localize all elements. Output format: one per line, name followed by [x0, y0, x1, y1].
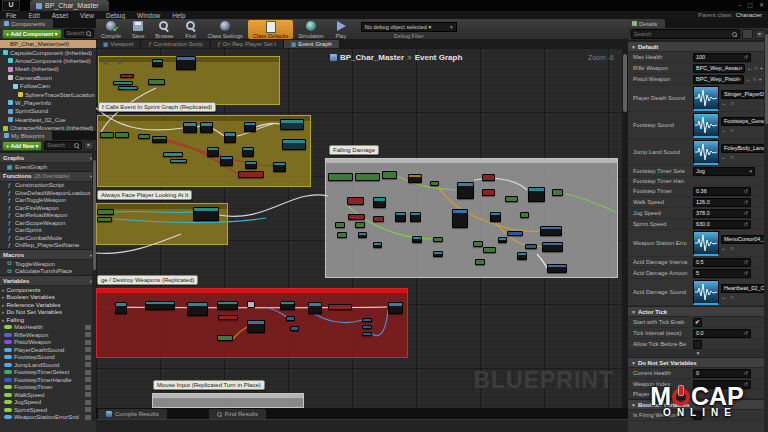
- graph-node[interactable]: [430, 181, 439, 186]
- variable-visibility-icon[interactable]: [85, 362, 91, 367]
- component-capsulecomponent-inherited[interactable]: CapsuleComponent (Inherited): [0, 48, 96, 56]
- use-selected-icon[interactable]: ←: [746, 76, 752, 82]
- macros-calculateturninplace[interactable]: ⧉CalculateTurnInPlace: [0, 268, 96, 276]
- graph-node[interactable]: [457, 182, 474, 199]
- reset-icon[interactable]: ↺: [744, 54, 748, 61]
- variable-visibility-icon[interactable]: [85, 332, 91, 337]
- graph-node[interactable]: [362, 318, 372, 322]
- graphs-eventgraph[interactable]: ▦EventGraph: [0, 163, 96, 171]
- graph-node[interactable]: [358, 232, 367, 238]
- tab-construction-scrip[interactable]: ƒConstruction Scrip: [141, 40, 210, 48]
- reset-icon[interactable]: ↺: [744, 330, 748, 337]
- menu-help[interactable]: Help: [166, 12, 191, 19]
- graph-node[interactable]: [373, 216, 384, 222]
- variable-footsteptimerhandle[interactable]: FootstepTimerHandle: [0, 376, 96, 384]
- graph-node[interactable]: [97, 209, 114, 215]
- browse-to-icon[interactable]: ○: [731, 245, 734, 251]
- variable-weaponstationerrorsnd[interactable]: WeaponStationErrorSnd: [0, 414, 96, 422]
- use-selected-icon[interactable]: ←: [721, 154, 727, 160]
- graph-node[interactable]: [187, 302, 208, 316]
- graph-node[interactable]: [217, 301, 238, 310]
- graph-node[interactable]: [355, 173, 380, 181]
- graph-node[interactable]: [218, 315, 238, 320]
- details-panel-tab[interactable]: Details: [628, 19, 665, 28]
- graph-node[interactable]: [115, 302, 127, 314]
- graph-node[interactable]: [224, 132, 236, 143]
- graph-node[interactable]: [120, 74, 134, 78]
- reset-icon[interactable]: ↺: [744, 210, 748, 217]
- section-expander[interactable]: ▼: [628, 350, 768, 357]
- graph-node[interactable]: [520, 212, 529, 218]
- graph-node[interactable]: [355, 222, 365, 228]
- variable-visibility-icon[interactable]: [85, 415, 91, 420]
- variable-jumplandsound[interactable]: JumpLandSound: [0, 361, 96, 369]
- graph-node[interactable]: [183, 122, 197, 133]
- browse-to-icon[interactable]: ○: [731, 154, 734, 160]
- components-panel-tab[interactable]: Components: [0, 19, 53, 28]
- sound-wave-thumbnail[interactable]: [693, 231, 719, 256]
- component-followcam[interactable]: FollowCam: [0, 82, 96, 90]
- toolbar-class-defaults-button[interactable]: Class Defaults: [248, 20, 293, 39]
- browse-to-icon[interactable]: ○: [753, 76, 756, 82]
- checkbox[interactable]: [693, 340, 702, 349]
- category-boolean-variables[interactable]: ▸Boolean Variables: [0, 294, 96, 302]
- browse-to-icon[interactable]: ○: [755, 65, 758, 71]
- my-blueprint-search-input[interactable]: Search: [44, 141, 82, 150]
- component-spheretracestartlocation[interactable]: SphereTraceStartLocation: [0, 90, 96, 98]
- graph-node[interactable]: [97, 217, 112, 222]
- graph-node[interactable]: [286, 316, 295, 321]
- property-value-input[interactable]: 0.36↺: [693, 187, 751, 196]
- graph-node[interactable]: [152, 59, 163, 67]
- graph-node[interactable]: [482, 174, 495, 181]
- toolbar-save-button[interactable]: Save: [126, 20, 150, 39]
- graph-node[interactable]: [433, 237, 443, 242]
- breadcrumb-leaf[interactable]: Event Graph: [415, 53, 463, 62]
- graph-node[interactable]: [282, 139, 306, 150]
- section-graphs[interactable]: Graphs+: [0, 152, 96, 163]
- toolbar-find-button[interactable]: Find: [179, 20, 203, 39]
- section-functions[interactable]: Functions(26 Overridable)+: [0, 171, 96, 182]
- property-value-input[interactable]: 0.0↺: [693, 329, 751, 338]
- graph-node[interactable]: [138, 134, 150, 139]
- reset-icon[interactable]: ↺: [744, 199, 748, 206]
- asset-dropdown[interactable]: BPC_Wep_Pistol▾: [693, 75, 744, 84]
- graph-node[interactable]: [410, 212, 421, 222]
- component-w-playerinfo[interactable]: W_PlayerInfo: [0, 99, 96, 107]
- graph-node[interactable]: [290, 326, 299, 331]
- details-section-default[interactable]: ▼Default: [628, 41, 768, 52]
- components-search-input[interactable]: Search: [64, 29, 94, 38]
- property-value-input[interactable]: 100↺: [693, 53, 751, 62]
- graph-node[interactable]: [337, 232, 347, 238]
- asset-dropdown[interactable]: Footsteps_Generic_Stev▾: [721, 117, 768, 126]
- functions-cantoggleweapon[interactable]: ƒCanToggleWeapon: [0, 197, 96, 205]
- asset-dropdown[interactable]: FoleyBody_Land_Stereo▾: [721, 144, 768, 153]
- use-selected-icon[interactable]: ←: [721, 245, 727, 251]
- graph-node[interactable]: [335, 222, 345, 228]
- variable-footsteptimer[interactable]: FootstepTimer: [0, 384, 96, 392]
- asset-dropdown[interactable]: Stinger_PlayerDeath_Stv▾: [721, 90, 768, 99]
- variable-visibility-icon[interactable]: [85, 325, 91, 330]
- property-value-input[interactable]: 630.0↺: [693, 220, 751, 229]
- graph-node[interactable]: [373, 197, 386, 208]
- functions-canscopeweapon[interactable]: ƒCanScopeWeapon: [0, 219, 96, 227]
- checkbox[interactable]: ✔: [693, 318, 702, 327]
- variable-visibility-icon[interactable]: [85, 392, 91, 397]
- property-value-input[interactable]: 126.0↺: [693, 198, 751, 207]
- browse-to-icon[interactable]: ○: [731, 127, 734, 133]
- use-selected-icon[interactable]: ←: [721, 127, 727, 133]
- graph-node[interactable]: [280, 301, 295, 310]
- browse-to-icon[interactable]: ○: [731, 294, 734, 300]
- category-falling[interactable]: ▸Falling: [0, 316, 96, 324]
- sound-wave-thumbnail[interactable]: [693, 140, 719, 165]
- component-mesh-inherited[interactable]: Mesh (Inherited): [0, 65, 96, 73]
- graph-node[interactable]: [245, 161, 257, 169]
- graph-node[interactable]: [362, 332, 372, 336]
- variable-visibility-icon[interactable]: [85, 340, 91, 345]
- parent-class-link[interactable]: Character: [736, 12, 762, 18]
- graph-node[interactable]: [328, 173, 353, 181]
- my-blueprint-panel-tab[interactable]: My Blueprint: [0, 131, 52, 140]
- section-variables[interactable]: Variables+: [0, 275, 96, 286]
- add-icon[interactable]: +: [758, 76, 761, 82]
- graph-node[interactable]: [217, 335, 233, 341]
- toolbar-simulation-button[interactable]: Simulation: [293, 20, 329, 39]
